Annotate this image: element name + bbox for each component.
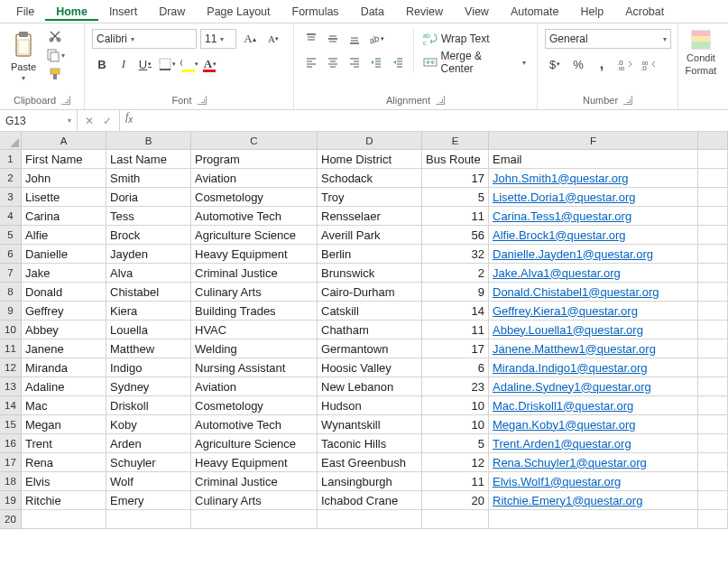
cell[interactable] (698, 339, 728, 358)
cell[interactable]: Driskoll (106, 396, 191, 415)
cell[interactable]: Automotive Tech (191, 415, 318, 434)
cell[interactable]: Hoosic Valley (318, 358, 422, 377)
cell[interactable]: Trent (22, 434, 106, 453)
cell[interactable]: 2 (422, 264, 489, 283)
enter-formula-button[interactable]: ✓ (103, 115, 112, 127)
row-header-7[interactable]: 7 (0, 264, 22, 283)
fill-color-button[interactable]: ▾ (179, 54, 198, 74)
cell[interactable]: 9 (422, 283, 489, 302)
cell[interactable]: 10 (422, 415, 489, 434)
cell[interactable]: Agriculture Science (191, 226, 318, 245)
cell[interactable]: Brock (106, 226, 191, 245)
align-center-button[interactable] (323, 52, 343, 72)
cell[interactable]: Adaline (22, 377, 106, 396)
increase-decimal-button[interactable]: .0.00 (615, 54, 635, 74)
cell[interactable]: Aviation (191, 169, 318, 188)
cell[interactable] (698, 264, 728, 283)
dialog-launcher-icon[interactable] (61, 96, 70, 105)
cell[interactable]: Carina.Tess1@questar.org (489, 207, 698, 226)
row-header-2[interactable]: 2 (0, 169, 22, 188)
cell[interactable]: 32 (422, 245, 489, 264)
row-header-11[interactable]: 11 (0, 339, 22, 358)
cell[interactable] (191, 510, 318, 529)
cell[interactable]: Trent.Arden1@questar.org (489, 434, 698, 453)
col-header-D[interactable]: D (318, 132, 422, 150)
cell[interactable]: Rensselaer (318, 207, 422, 226)
cell[interactable]: Danielle.Jayden1@questar.org (489, 245, 698, 264)
cell[interactable] (698, 434, 728, 453)
cell[interactable]: 6 (422, 358, 489, 377)
cell[interactable] (698, 396, 728, 415)
cell[interactable]: Mac (22, 396, 106, 415)
email-link[interactable]: Trent.Arden1@questar.org (493, 437, 631, 451)
align-middle-button[interactable] (323, 29, 343, 49)
format-painter-button[interactable] (45, 66, 65, 81)
row-header-6[interactable]: 6 (0, 245, 22, 264)
cell[interactable]: 20 (422, 491, 489, 510)
cell[interactable]: Berlin (318, 245, 422, 264)
menu-tab-acrobat[interactable]: Acrobat (614, 2, 675, 21)
cell[interactable]: Alfie (22, 226, 106, 245)
row-header-5[interactable]: 5 (0, 226, 22, 245)
cell[interactable] (698, 321, 728, 339)
cell[interactable]: Averill Park (318, 226, 422, 245)
cell[interactable]: Chatham (318, 321, 422, 339)
row-header-14[interactable]: 14 (0, 396, 22, 415)
cell[interactable]: Catskill (318, 302, 422, 321)
cell[interactable]: John (22, 169, 106, 188)
cell[interactable]: Donald (22, 283, 106, 302)
row-header-13[interactable]: 13 (0, 377, 22, 396)
cell[interactable] (698, 510, 728, 529)
col-header-C[interactable]: C (191, 132, 318, 150)
row-header-3[interactable]: 3 (0, 188, 22, 207)
menu-tab-insert[interactable]: Insert (98, 2, 148, 21)
cell[interactable]: Emery (106, 491, 191, 510)
align-right-button[interactable] (345, 52, 364, 72)
cell[interactable]: East Greenbush (318, 453, 422, 472)
cell[interactable]: Welding (191, 339, 318, 358)
cell[interactable]: Tess (106, 207, 191, 226)
menu-tab-review[interactable]: Review (395, 2, 454, 21)
cell[interactable]: 11 (422, 472, 489, 491)
cell[interactable]: 23 (422, 377, 489, 396)
cell[interactable]: Nursing Assistant (191, 358, 318, 377)
underline-button[interactable]: U▾ (135, 54, 155, 74)
cell[interactable] (698, 207, 728, 226)
cell[interactable] (698, 302, 728, 321)
align-bottom-button[interactable] (345, 29, 364, 49)
col-header-B[interactable]: B (106, 132, 191, 150)
cell[interactable]: Matthew (106, 339, 191, 358)
cell[interactable]: Culinary Arts (191, 283, 318, 302)
row-header-17[interactable]: 17 (0, 453, 22, 472)
cell[interactable]: Adaline.Sydney1@questar.org (489, 377, 698, 396)
cell[interactable]: 5 (422, 188, 489, 207)
row-header-12[interactable]: 12 (0, 358, 22, 377)
dialog-launcher-icon[interactable] (436, 96, 445, 105)
cell[interactable]: Carina (22, 207, 106, 226)
email-link[interactable]: Alfie.Brock1@questar.org (493, 228, 626, 242)
accounting-format-button[interactable]: $▾ (545, 54, 565, 74)
cell[interactable] (698, 188, 728, 207)
cell[interactable]: Arden (106, 434, 191, 453)
row-header-16[interactable]: 16 (0, 434, 22, 453)
cell[interactable]: Lisette.Doria1@questar.org (489, 188, 698, 207)
cell[interactable]: Troy (318, 188, 422, 207)
increase-font-button[interactable]: A▴ (240, 29, 260, 49)
cell[interactable] (698, 453, 728, 472)
cell[interactable]: Megan.Koby1@questar.org (489, 415, 698, 434)
cell[interactable]: Wynantskill (318, 415, 422, 434)
font-color-button[interactable]: A▾ (200, 54, 220, 74)
cell[interactable]: Smith (106, 169, 191, 188)
cell[interactable]: Criminal Justice (191, 472, 318, 491)
cell[interactable]: Agriculture Science (191, 434, 318, 453)
cell[interactable]: Megan (22, 415, 106, 434)
cell[interactable] (698, 245, 728, 264)
cell[interactable]: Heavy Equipment (191, 245, 318, 264)
cell[interactable]: Mac.Driskoll1@questar.org (489, 396, 698, 415)
cell[interactable]: Alva (106, 264, 191, 283)
email-link[interactable]: John.Smith1@questar.org (493, 172, 629, 185)
align-left-button[interactable] (301, 52, 321, 72)
decrease-decimal-button[interactable]: .00.0 (639, 54, 659, 74)
cell[interactable]: Aviation (191, 377, 318, 396)
email-link[interactable]: Geffrey.Kiera1@questar.org (493, 304, 638, 318)
